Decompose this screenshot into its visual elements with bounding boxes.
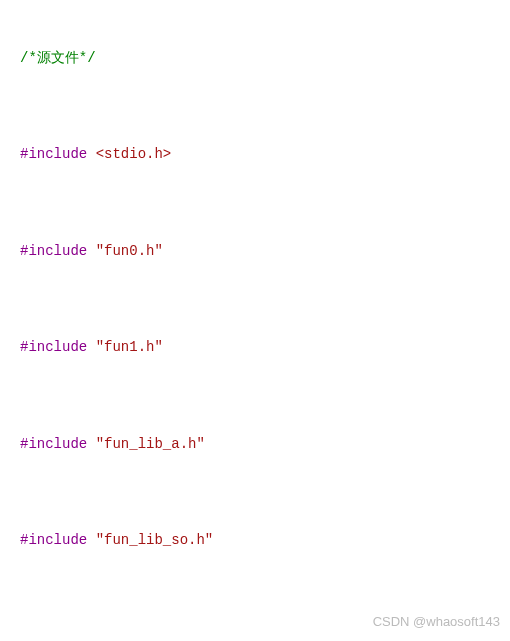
include-funlibso: "fun_lib_so.h" (96, 532, 214, 548)
include-directive: #include (20, 436, 87, 452)
include-fun0: "fun0.h" (96, 243, 163, 259)
include-directive: #include (20, 146, 87, 162)
include-directive: #include (20, 243, 87, 259)
include-directive: #include (20, 532, 87, 548)
code-block: /*源文件*/ #include <stdio.h> #include "fun… (20, 18, 490, 641)
watermark-text: CSDN @whaosoft143 (373, 610, 500, 635)
comment-source-file: /*源文件*/ (20, 50, 96, 66)
include-directive: #include (20, 339, 87, 355)
include-stdio: <stdio.h> (96, 146, 172, 162)
include-fun1: "fun1.h" (96, 339, 163, 355)
include-funliba: "fun_lib_a.h" (96, 436, 205, 452)
